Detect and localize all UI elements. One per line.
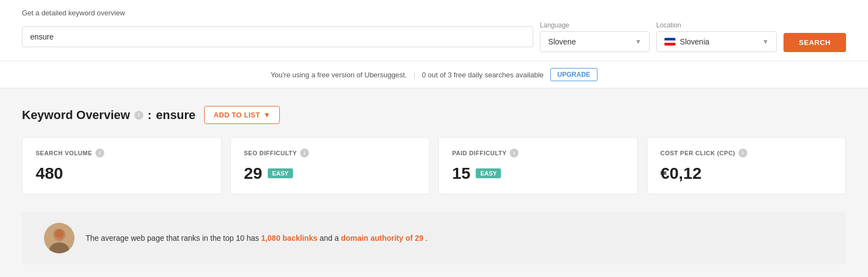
- search-input-wrap[interactable]: [22, 26, 533, 47]
- stat-label-paid-difficulty: PAID DIFFICULTY i: [452, 149, 624, 157]
- keyword-colon: :: [148, 108, 151, 122]
- info-icon[interactable]: i: [134, 111, 143, 120]
- stats-grid: SEARCH VOLUME i 480 SEO DIFFICULTY i 29 …: [22, 137, 846, 194]
- language-dropdown-wrap: Language Slovene ▼: [540, 21, 650, 52]
- stat-label-search-volume: SEARCH VOLUME i: [36, 149, 208, 157]
- language-dropdown[interactable]: Slovene ▼: [540, 31, 650, 52]
- keyword-header: Keyword Overview i : ensure ADD TO LIST …: [22, 106, 846, 124]
- location-label: Location: [656, 21, 777, 29]
- main-content: Keyword Overview i : ensure ADD TO LIST …: [0, 88, 868, 277]
- info-icon[interactable]: i: [739, 149, 747, 157]
- insight-text: The average web page that ranks in the t…: [86, 233, 427, 244]
- notice-count: 0 out of 3 free daily searches available: [422, 71, 544, 79]
- stat-label-seo-difficulty: SEO DIFFICULTY i: [244, 149, 416, 157]
- stat-value-paid-difficulty: 15: [452, 164, 470, 183]
- upgrade-button[interactable]: UPGRADE: [550, 68, 598, 81]
- info-icon[interactable]: i: [510, 149, 518, 157]
- stat-value-row: 15 EASY: [452, 164, 624, 183]
- stat-value-row: €0,12: [661, 164, 833, 183]
- flag-icon: [664, 38, 675, 46]
- svg-rect-1: [664, 41, 675, 43]
- search-row: Language Slovene ▼ Location: [22, 21, 846, 52]
- chevron-down-icon: ▼: [762, 38, 769, 46]
- language-selected: Slovene: [548, 37, 576, 46]
- paid-difficulty-badge: EASY: [476, 168, 501, 178]
- search-label: Get a detailed keyword overview: [22, 9, 846, 17]
- stat-value-cpc: €0,12: [661, 164, 702, 183]
- language-label: Language: [540, 21, 650, 29]
- location-dropdown[interactable]: Slovenia ▼: [656, 31, 777, 52]
- insight-text-middle: and a: [320, 234, 341, 242]
- search-button[interactable]: SEARCH: [784, 33, 846, 52]
- keyword-value: ensure: [156, 108, 195, 122]
- svg-point-7: [55, 229, 64, 238]
- keyword-overview-text: Keyword Overview: [22, 108, 130, 122]
- chevron-down-icon: ▼: [263, 111, 270, 119]
- avatar: [44, 223, 75, 253]
- keyword-title: Keyword Overview i : ensure: [22, 108, 195, 122]
- add-to-list-button[interactable]: ADD TO LIST ▼: [204, 106, 280, 124]
- search-input[interactable]: [30, 32, 525, 41]
- location-selected: Slovenia: [680, 37, 709, 46]
- insight-domain-authority: domain authority of 29: [341, 234, 423, 242]
- notice-divider: |: [414, 71, 415, 79]
- add-to-list-label: ADD TO LIST: [213, 111, 260, 119]
- search-section: Get a detailed keyword overview Language…: [0, 0, 868, 61]
- stat-value-row: 480: [36, 164, 208, 183]
- chevron-down-icon: ▼: [635, 38, 641, 46]
- notice-text: You're using a free version of Ubersugge…: [270, 71, 407, 79]
- info-icon[interactable]: i: [95, 149, 104, 157]
- insight-text-end: .: [425, 234, 427, 242]
- seo-difficulty-badge: EASY: [268, 168, 293, 178]
- insight-bar: The average web page that ranks in the t…: [22, 212, 846, 264]
- notice-bar: You're using a free version of Ubersugge…: [0, 61, 868, 88]
- stat-card-cpc: COST PER CLICK (CPC) i €0,12: [647, 137, 847, 194]
- insight-backlinks: 1,080 backlinks: [261, 234, 318, 242]
- stat-value-seo-difficulty: 29: [244, 164, 262, 183]
- stat-card-search-volume: SEARCH VOLUME i 480: [22, 137, 222, 194]
- search-button-wrap: SEARCH: [784, 33, 846, 52]
- svg-rect-2: [664, 43, 675, 46]
- location-dropdown-wrap: Location Slovenia ▼: [656, 21, 777, 52]
- insight-text-start: The average web page that ranks in the t…: [86, 234, 261, 242]
- stat-card-paid-difficulty: PAID DIFFICULTY i 15 EASY: [438, 137, 638, 194]
- stat-label-cpc: COST PER CLICK (CPC) i: [661, 149, 833, 157]
- stat-card-seo-difficulty: SEO DIFFICULTY i 29 EASY: [230, 137, 430, 194]
- stat-value-search-volume: 480: [36, 164, 63, 183]
- stat-value-row: 29 EASY: [244, 164, 416, 183]
- info-icon[interactable]: i: [300, 149, 309, 157]
